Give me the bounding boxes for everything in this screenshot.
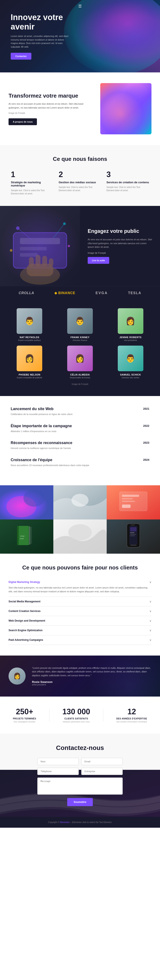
phone-input[interactable] [37,768,79,775]
timeline-year-2: 2022 [132,424,149,433]
accordion-header-4[interactable]: Web Design and Development ∨ [8,619,152,622]
team-caption: Image de Freepik [6,383,154,392]
stat-label-2: CLIENTS SATISFAITS [62,718,90,720]
stat-item-3: 12 DES ANNÉES D'EXPERTISE Des années d'i… [116,707,147,723]
svg-point-4 [20,265,60,285]
team-name-2: FRANK KINNEY [57,336,103,339]
stats-section: 250+ PROJETS TERMINÉS Des campagnes réus… [0,697,160,733]
accordion-title-4: Web Design and Development [8,619,45,622]
team-grid: 👨 NAT REYNOLDS Expert-comptable-auditeur… [6,308,154,379]
timeline-item-2: Étape importante de la campagne Atteindr… [11,424,149,433]
timeline-year-3: 2023 [132,441,149,450]
stat-label-1: PROJETS TERMINÉS [13,718,36,720]
service-card-2: 2 Gestion des médias sociaux Sample text… [59,170,101,195]
team-role-3: vice-présidente [107,339,154,341]
avatar-samuel: 👨 [118,345,143,371]
timeline-content-3: Récompenses de reconnaissance Honoré com… [11,441,132,450]
footer-link[interactable]: Elementor [60,821,70,823]
timeline-item-4: Croissance de l'équipe Nous accueillons … [11,458,149,467]
svg-point-11 [63,222,66,225]
engage-caption: Image de Freepik [88,251,152,255]
svg-point-10 [16,226,20,230]
svg-line-14 [18,228,31,239]
svg-rect-33 [30,527,31,544]
svg-point-13 [10,249,13,252]
logo-tesla: TESLA [128,291,141,295]
svg-rect-43 [130,532,135,533]
hero-cta-button[interactable]: Contactez [11,53,32,60]
accordion-chevron-6: ∨ [149,638,152,642]
services-section: Ce que nous faisons 1 Stratégie de marke… [0,145,160,206]
avatar-jennie: 👩 [118,308,143,334]
email-input[interactable] [81,758,123,765]
gallery-item-2 [53,485,107,519]
company-input[interactable] [81,768,123,775]
message-textarea[interactable] [37,778,123,795]
accordion-title-3: Content Creation Services [8,609,41,612]
contact-section: Contactez-nous Soumettre [0,733,160,817]
accordion-title-5: Search Engine Optimization [8,629,43,632]
footer: Copyright © Elementor – Elementor click … [0,817,160,828]
accordion-header-5[interactable]: Search Engine Optimization ∨ [8,628,152,632]
testimonial-avatar: 👩 [8,668,25,684]
svg-rect-45 [130,536,135,536]
what-we-do-title: Ce que nous pouvons faire pour nos clien… [8,564,152,571]
transform-image [100,83,152,134]
logo-crolla: CROLLA [19,291,34,295]
svg-rect-42 [130,527,136,531]
testimonial-name: Rosie Swanson [32,680,152,684]
service-number-2: 2 [59,170,101,179]
svg-rect-41 [130,545,136,546]
team-name-4: PHOEBE NELSON [6,373,53,376]
service-card-1: 1 Stratégie de marketing numérique Sampl… [11,170,54,195]
service-number-1: 1 [11,170,54,179]
svg-rect-7 [36,255,41,266]
gallery-item-4: design studio [0,519,53,554]
svg-rect-29 [17,526,19,545]
svg-text:design: design [20,535,25,537]
stat-sublabel-1: Des campagnes réussies [13,721,36,723]
logo-evga: EVGA [95,291,108,295]
accordion-item-2: Social Media Management ∨ [8,597,152,606]
stat-label-3: DES ANNÉES D'EXPERTISE [116,718,147,720]
service-number-3: 3 [106,170,149,179]
engage-section: Engagez votre public At vero eos et accu… [0,206,160,286]
accordion-header-3[interactable]: Content Creation Services ∨ [8,609,152,613]
testimonial-content: "Lorem posuisi dui commodo ligula volutp… [32,666,152,686]
contact-title: Contactez-nous [8,744,152,751]
stat-sublabel-3: Des années d'innovation numérique [116,721,147,723]
accordion-header-1[interactable]: Digital Marketing Strategy ∨ [8,580,152,584]
svg-point-20 [71,494,89,507]
svg-text:studio: studio [20,538,24,539]
engage-button[interactable]: Lire la suite [88,257,109,264]
hamburger-icon[interactable]: ☰ [78,4,82,8]
svg-rect-24 [122,498,133,500]
team-member-2: 👨 FRANK KINNEY Directeur finance [57,308,103,341]
accordion-header-2[interactable]: Social Media Management ∨ [8,600,152,603]
hero-section: ☰ Innovez votre avenir Lorem dolor sit a… [0,0,160,72]
transform-button[interactable]: A propos de nous [8,118,37,125]
footer-text: Copyright © Elementor – Elementor click … [8,821,152,823]
contact-form: Soumettre [37,758,123,806]
svg-rect-34 [32,527,32,544]
accordion-chevron-4: ∨ [149,619,152,622]
gallery-item-5 [53,519,107,554]
footer-copyright: Copyright © [48,821,60,823]
svg-rect-25 [122,501,135,502]
transform-title: Transformez votre marque [8,92,94,99]
submit-button[interactable]: Soumettre [67,798,93,806]
team-role-4: Expert-comptable de publicité [6,377,53,379]
svg-point-36 [68,524,92,541]
timeline-title-3: Récompenses de reconnaissance [11,441,132,445]
accordion-item-6: Paid Advertising Campaigns ∨ [8,635,152,645]
stat-divider-2 [103,709,103,722]
timeline-title-2: Étape importante de la campagne [11,424,132,428]
accordion-chevron-5: ∨ [149,628,152,632]
timeline-content-1: Lancement du site Web Célébration de la … [11,407,132,416]
accordion-header-6[interactable]: Paid Advertising Campaigns ∨ [8,638,152,642]
name-input[interactable] [37,758,79,765]
logos-section: CROLLA ◆ BINANCE EVGA TESLA [0,286,160,300]
svg-line-15 [53,224,65,238]
accordion-title-2: Social Media Management [8,600,40,603]
timeline-text-2: Atteindre 1 million d'impressions en un … [11,430,132,433]
